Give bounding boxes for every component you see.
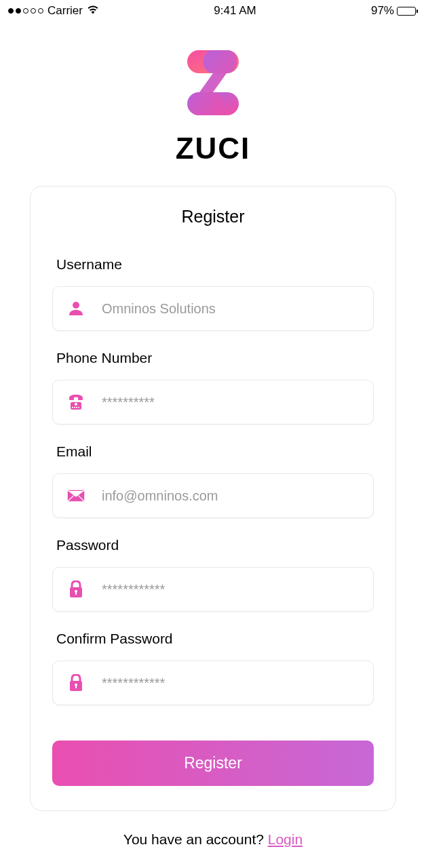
svg-rect-8: [78, 407, 79, 408]
logo-text: ZUCI: [0, 132, 426, 165]
signal-strength-icon: [8, 8, 43, 14]
confirm-password-input-wrap[interactable]: [52, 660, 374, 705]
wifi-icon: [87, 4, 99, 18]
register-card: Register Username Phone Number: [30, 186, 396, 811]
username-label: Username: [52, 256, 374, 273]
svg-point-4: [75, 403, 77, 406]
password-input-wrap[interactable]: [52, 567, 374, 612]
email-group: Email: [52, 443, 374, 518]
battery-icon: [397, 7, 418, 16]
email-input-wrap[interactable]: [52, 473, 374, 518]
svg-rect-6: [74, 407, 75, 408]
password-label: Password: [52, 537, 374, 553]
svg-point-2: [73, 302, 79, 309]
logo-section: ZUCI: [0, 42, 426, 165]
status-right: 97%: [371, 4, 418, 18]
email-input[interactable]: [102, 488, 360, 504]
password-input[interactable]: [102, 582, 360, 597]
username-input-wrap[interactable]: [52, 286, 374, 331]
password-group: Password: [52, 537, 374, 612]
user-icon: [66, 299, 85, 318]
status-left: Carrier: [8, 4, 99, 18]
username-group: Username: [52, 256, 374, 331]
card-title: Register: [52, 207, 374, 226]
login-link[interactable]: Login: [268, 831, 303, 847]
svg-rect-11: [75, 592, 77, 595]
mail-icon: [66, 486, 85, 505]
svg-rect-14: [75, 686, 77, 688]
footer-prompt: You have an account?: [123, 831, 268, 847]
carrier-label: Carrier: [47, 4, 83, 18]
svg-rect-5: [72, 407, 73, 408]
confirm-password-input[interactable]: [102, 675, 360, 691]
lock-icon: [66, 580, 85, 599]
username-input[interactable]: [102, 301, 360, 317]
phone-input[interactable]: [102, 395, 360, 410]
phone-group: Phone Number: [52, 350, 374, 425]
battery-percentage: 97%: [371, 4, 394, 18]
confirm-password-label: Confirm Password: [52, 631, 374, 647]
phone-label: Phone Number: [52, 350, 374, 366]
phone-icon: [66, 393, 85, 412]
phone-input-wrap[interactable]: [52, 380, 374, 425]
logo-mark-icon: [172, 42, 254, 126]
svg-rect-7: [76, 407, 77, 408]
confirm-password-group: Confirm Password: [52, 631, 374, 705]
footer-text: You have an account? Login: [0, 831, 426, 848]
email-label: Email: [52, 443, 374, 460]
status-time: 9:41 AM: [214, 4, 256, 18]
status-bar: Carrier 9:41 AM 97%: [0, 0, 426, 22]
lock-icon: [66, 673, 85, 692]
register-button[interactable]: Register: [52, 741, 374, 786]
